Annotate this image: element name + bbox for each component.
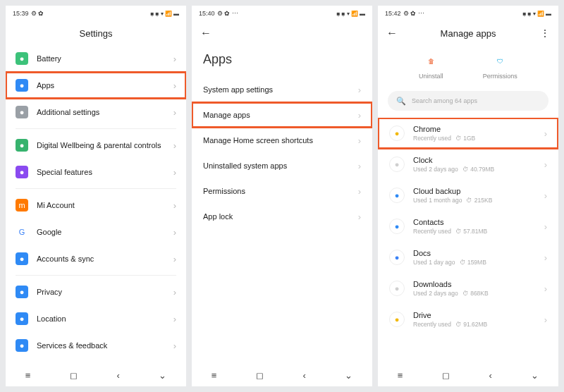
app-info: ContactsRecently used⏱ 57.81MB [413, 218, 544, 235]
chevron-right-icon: › [173, 54, 176, 64]
chevron-right-icon: › [173, 287, 176, 298]
nav-back-icon[interactable]: ‹ [116, 370, 119, 381]
more-icon[interactable]: ⋮ [540, 27, 550, 39]
settings-row-privacy[interactable]: ●Privacy› [6, 278, 186, 305]
row-label: Services & feedback [37, 341, 173, 350]
apps-row-permissions[interactable]: Permissions› [192, 178, 372, 204]
app-subtext: Recently used⏱ 57.81MB [413, 228, 544, 235]
row-label: Mi Account [37, 201, 173, 209]
settings-row-google[interactable]: GGoogle› [6, 219, 186, 245]
apps-list: System app settings›Manage apps›Manage H… [192, 77, 372, 364]
row-label: Manage Home screen shortcuts [203, 136, 358, 145]
signal-icons: ▪̣ ▪̣ ▾ 📶 ▬ [150, 11, 179, 17]
app-row-chrome[interactable]: ●ChromeRecently used⏱ 1GB› [378, 118, 558, 149]
app-info: ChromeRecently used⏱ 1GB [413, 125, 544, 142]
settings-row-mi-account[interactable]: mMi Account› [6, 192, 186, 219]
nav-down-icon[interactable]: ⌄ [159, 370, 166, 381]
app-subtext: Used 2 days ago⏱ 40.79MB [413, 166, 544, 173]
nav-bar: ≡ ◻ ‹ ⌄ [192, 364, 372, 386]
apps-row-system-app-settings[interactable]: System app settings› [192, 77, 372, 102]
chevron-right-icon: › [173, 227, 176, 238]
settings-row-digital-wellbeing-parental-controls[interactable]: ●Digital Wellbeing & parental controls› [6, 132, 186, 159]
row-label: Google [37, 228, 173, 236]
nav-home-icon[interactable]: ◻ [70, 370, 78, 381]
header: Settings [6, 21, 186, 45]
settings-row-battery[interactable]: ●Battery› [6, 45, 186, 72]
nav-menu-icon[interactable]: ≡ [25, 370, 31, 381]
location-icon: ● [16, 312, 28, 325]
row-label: System app settings [203, 85, 358, 94]
wellbeing-icon: ● [16, 139, 28, 152]
page-title: Manage apps [386, 28, 550, 39]
settings-row-additional-settings[interactable]: ●Additional settings› [6, 99, 186, 125]
clock-icon: ● [389, 157, 405, 172]
google-icon: G [16, 226, 28, 238]
apps-row-app-lock[interactable]: App lock› [192, 204, 372, 229]
chevron-right-icon: › [544, 283, 547, 294]
row-label: Privacy [37, 288, 173, 296]
row-label: Digital Wellbeing & parental controls [37, 141, 173, 149]
apps-row-manage-apps[interactable]: Manage apps› [192, 102, 372, 128]
screen-manage-apps: 15:42 ⚙ ✿ ⋯ ▪̣ ▪̣ ▾ 📶 ▬ ← Manage apps ⋮ … [378, 6, 558, 386]
chevron-right-icon: › [173, 200, 176, 211]
apps-icon: ● [16, 79, 28, 92]
signal-icons: ▪̣ ▪̣ ▾ 📶 ▬ [336, 11, 365, 17]
header: ← Manage apps ⋮ [378, 21, 558, 45]
app-name: Chrome [413, 125, 544, 133]
nav-back-icon[interactable]: ‹ [302, 370, 305, 381]
app-row-cloud-backup[interactable]: ●Cloud backupUsed 1 month ago⏱ 215KB› [378, 180, 558, 211]
chevron-right-icon: › [358, 186, 361, 197]
chevron-right-icon: › [358, 135, 361, 146]
apps-row-uninstalled-system-apps[interactable]: Uninstalled system apps› [192, 153, 372, 178]
back-icon[interactable]: ← [200, 27, 212, 39]
chevron-right-icon: › [358, 110, 361, 121]
uninstall-button[interactable]: 🗑 Uninstall [419, 54, 443, 80]
app-name: Cloud backup [413, 187, 544, 195]
row-label: Additional settings [37, 108, 173, 116]
settings-row-location[interactable]: ●Location› [6, 305, 186, 332]
clock-text: 15:40 [199, 10, 215, 17]
chevron-right-icon: › [544, 159, 547, 170]
nav-menu-icon[interactable]: ≡ [398, 370, 403, 381]
search-input[interactable]: 🔍 Search among 64 apps [388, 91, 548, 111]
settings-row-services-feedback[interactable]: ●Services & feedback› [6, 332, 186, 359]
row-label: Accounts & sync [37, 255, 173, 263]
settings-row-apps[interactable]: ●Apps› [6, 72, 186, 99]
chevron-right-icon: › [358, 85, 361, 95]
app-row-clock[interactable]: ●ClockUsed 2 days ago⏱ 40.79MB› [378, 149, 558, 180]
app-row-docs[interactable]: ●DocsUsed 1 day ago⏱ 159MB› [378, 242, 558, 273]
nav-down-icon[interactable]: ⌄ [345, 370, 352, 381]
app-row-drive[interactable]: ●DriveRecently used⏱ 91.62MB› [378, 304, 558, 335]
chevron-right-icon: › [544, 190, 547, 201]
cloud-icon: ● [389, 188, 405, 203]
sync-icon: ● [16, 252, 28, 265]
downloads-icon: ● [389, 281, 405, 296]
search-placeholder: Search among 64 apps [412, 97, 477, 104]
back-icon[interactable]: ← [386, 27, 398, 39]
nav-back-icon[interactable]: ‹ [489, 370, 491, 381]
apps-row-manage-home-screen-shortcuts[interactable]: Manage Home screen shortcuts› [192, 128, 372, 153]
app-row-downloads[interactable]: ●DownloadsUsed 2 days ago⏱ 868KB› [378, 273, 558, 304]
settings-row-special-features[interactable]: ●Special features› [6, 159, 186, 185]
nav-home-icon[interactable]: ◻ [256, 370, 264, 381]
app-info: ClockUsed 2 days ago⏱ 40.79MB [413, 156, 544, 173]
app-row-contacts[interactable]: ●ContactsRecently used⏱ 57.81MB› [378, 211, 558, 242]
contacts-icon: ● [389, 219, 405, 234]
chevron-right-icon: › [173, 80, 176, 91]
mi-icon: m [16, 199, 28, 212]
clock-text: 15:39 [13, 10, 29, 17]
uninstall-label: Uninstall [419, 73, 443, 80]
nav-home-icon[interactable]: ◻ [442, 370, 450, 381]
divider [16, 128, 176, 129]
permissions-button[interactable]: 🛡 Permissions [483, 54, 517, 80]
status-indicator-icons: ⚙ ✿ ⋯ [217, 10, 238, 17]
app-subtext: Recently used⏱ 91.62MB [413, 321, 544, 328]
divider [16, 188, 176, 189]
nav-down-icon[interactable]: ⌄ [531, 370, 539, 381]
row-label: App lock [203, 212, 358, 221]
nav-menu-icon[interactable]: ≡ [212, 370, 217, 381]
apps-list: ●ChromeRecently used⏱ 1GB›●ClockUsed 2 d… [378, 118, 558, 364]
chevron-right-icon: › [358, 212, 361, 222]
screen-apps: 15:40 ⚙ ✿ ⋯ ▪̣ ▪̣ ▾ 📶 ▬ ← Apps System ap… [192, 6, 372, 386]
settings-row-accounts-sync[interactable]: ●Accounts & sync› [6, 245, 186, 272]
